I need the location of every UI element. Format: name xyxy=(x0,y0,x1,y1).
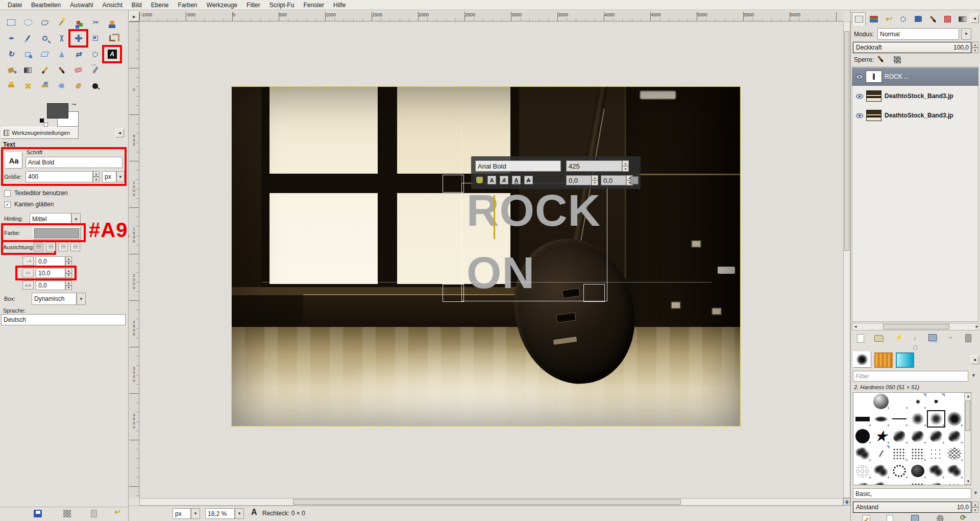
layer-row-photo1[interactable]: DeathtoStock_Band3.jp xyxy=(852,87,978,105)
opacity-slider[interactable]: Deckkraft 100,0 xyxy=(853,42,971,53)
tool-crop[interactable] xyxy=(104,31,120,45)
layer-list-hscrollbar[interactable]: ◄ ► xyxy=(852,323,978,330)
tool-pencil[interactable] xyxy=(37,63,53,77)
status-zoom-select[interactable]: 18,2 % xyxy=(205,508,235,519)
tool-rotate[interactable]: ↻ xyxy=(3,47,19,61)
status-unit-select[interactable]: px xyxy=(173,508,191,519)
restore-options-icon[interactable] xyxy=(63,510,71,517)
layer-list-scroll-thumb[interactable] xyxy=(883,324,949,329)
lower-layer-button[interactable]: ↓ xyxy=(913,334,917,341)
tab-werkzeugeinstellungen[interactable]: Werkzeugeinstellungen xyxy=(1,127,79,139)
align-center-button[interactable] xyxy=(58,242,68,251)
canvas-hscrollbar[interactable] xyxy=(139,498,843,506)
default-colors-icon[interactable] xyxy=(40,119,44,123)
line-spacing-input[interactable]: 10,0 xyxy=(36,268,65,278)
layer-row-photo2[interactable]: DeathtoStock_Band3.jp xyxy=(852,106,978,125)
align-right-button[interactable] xyxy=(46,242,56,251)
dock-splitter-handle[interactable] xyxy=(913,345,918,350)
brush-item[interactable] xyxy=(927,393,945,410)
brush-item[interactable] xyxy=(927,462,945,480)
mode-select[interactable]: Normal xyxy=(877,28,959,40)
layer-row-text[interactable]: ROCK ... xyxy=(852,67,978,86)
brush-grid-scroll-thumb[interactable] xyxy=(965,400,970,431)
tool-smudge[interactable] xyxy=(70,79,86,93)
tool-bucket-fill[interactable] xyxy=(3,63,19,77)
visibility-icon[interactable] xyxy=(856,75,863,79)
lock-pixels-icon[interactable] xyxy=(879,55,881,65)
tool-paths[interactable]: ✒ xyxy=(3,31,19,45)
tool-dodge-burn[interactable] xyxy=(87,79,103,93)
brush-item[interactable] xyxy=(945,445,964,462)
tool-align[interactable] xyxy=(87,31,103,45)
brush-filter-dropdown-icon[interactable]: ▼ xyxy=(971,373,976,378)
tool-shear[interactable] xyxy=(37,47,53,61)
new-brush-button[interactable] xyxy=(887,515,893,521)
canvas-vscrollbar[interactable] xyxy=(843,21,850,498)
text-box-handle-bottomright[interactable] xyxy=(583,284,605,302)
tool-gradient[interactable] xyxy=(20,63,36,77)
foreground-color-swatch[interactable] xyxy=(47,103,68,119)
tab-paths[interactable] xyxy=(896,12,910,26)
menu-ansicht[interactable]: Ansicht xyxy=(97,1,127,10)
brush-item[interactable] xyxy=(872,410,890,428)
new-layer-button[interactable] xyxy=(857,334,864,343)
tool-scale[interactable] xyxy=(20,47,36,61)
canvas-viewport[interactable]: ROCK ON Arial Bold 425 ▲▼ A A A A 0,0 ▲▼… xyxy=(139,21,843,498)
canvas-navigation-button[interactable] xyxy=(843,498,850,506)
clear-style-icon[interactable] xyxy=(476,177,483,183)
scroll-up-icon[interactable]: ▲ xyxy=(966,394,970,398)
mode-dropdown-button[interactable]: ▼ xyxy=(961,28,971,40)
canvas-hscrollbar-thumb[interactable] xyxy=(293,499,681,505)
brush-grid-scrollbar[interactable]: ▲ ▼ xyxy=(964,393,971,485)
floating-color-swatch[interactable] xyxy=(630,176,639,184)
tab-layers[interactable] xyxy=(852,12,866,26)
brush-item[interactable] xyxy=(945,428,964,445)
tool-text[interactable]: A xyxy=(104,47,120,61)
tool-cage-transform[interactable] xyxy=(87,47,103,61)
brush-item[interactable] xyxy=(945,393,964,410)
scroll-down-icon[interactable]: ▼ xyxy=(966,479,970,484)
brush-item[interactable] xyxy=(927,480,945,485)
menu-hilfe[interactable]: Hilfe xyxy=(329,1,350,10)
visibility-icon[interactable] xyxy=(856,113,863,118)
brush-set-select[interactable]: Basic, xyxy=(853,488,971,499)
spacing-spinner[interactable]: ▲▼ xyxy=(972,502,978,513)
duplicate-brush-button[interactable] xyxy=(911,515,919,521)
tab-gradients[interactable] xyxy=(955,12,969,26)
texteditor-checkbox[interactable] xyxy=(4,190,11,197)
menu-bild[interactable]: Bild xyxy=(127,1,146,10)
menu-datei[interactable]: Datei xyxy=(3,1,27,10)
brush-item[interactable] xyxy=(909,445,927,462)
canvas-vscrollbar-thumb[interactable] xyxy=(844,31,849,251)
font-picker-button[interactable]: Aa xyxy=(5,152,22,169)
brush-item[interactable] xyxy=(853,480,872,485)
brush-item[interactable] xyxy=(853,462,872,480)
tool-rect-select[interactable] xyxy=(3,15,19,30)
brush-item[interactable] xyxy=(853,410,872,428)
brush-item[interactable] xyxy=(853,445,872,462)
box-select[interactable]: Dynamisch xyxy=(32,293,77,305)
tool-perspective[interactable] xyxy=(54,47,69,61)
visibility-icon[interactable] xyxy=(856,94,863,99)
tool-measure[interactable] xyxy=(54,31,69,45)
menu-fenster[interactable]: Fenster xyxy=(299,1,329,10)
tab-gradient-preview[interactable] xyxy=(896,352,914,368)
menu-werkzeuge[interactable]: Werkzeuge xyxy=(202,1,242,10)
delete-brush-button[interactable] xyxy=(937,515,944,521)
raise-layer-button[interactable]: ⚡ xyxy=(895,334,903,341)
tool-color-picker[interactable] xyxy=(20,31,36,45)
tool-move[interactable] xyxy=(70,31,86,45)
size-unit-select[interactable]: px xyxy=(102,171,116,182)
brush-item[interactable] xyxy=(945,462,964,480)
ruler-origin-button[interactable]: ▶ xyxy=(129,12,139,21)
brush-item-selected[interactable] xyxy=(927,410,945,428)
delete-options-icon[interactable] xyxy=(91,510,97,517)
tool-free-select[interactable] xyxy=(37,15,53,30)
baseline-spinner[interactable]: ▲▼ xyxy=(592,175,598,185)
size-spinner[interactable]: ▲▼ xyxy=(93,171,100,182)
brush-item[interactable] xyxy=(890,428,909,445)
tool-flip[interactable]: ⇄ xyxy=(70,47,86,61)
refresh-brushes-button[interactable]: ⟳ xyxy=(960,513,966,521)
text-color-button[interactable] xyxy=(33,227,81,240)
tool-select-by-color[interactable] xyxy=(70,15,86,30)
